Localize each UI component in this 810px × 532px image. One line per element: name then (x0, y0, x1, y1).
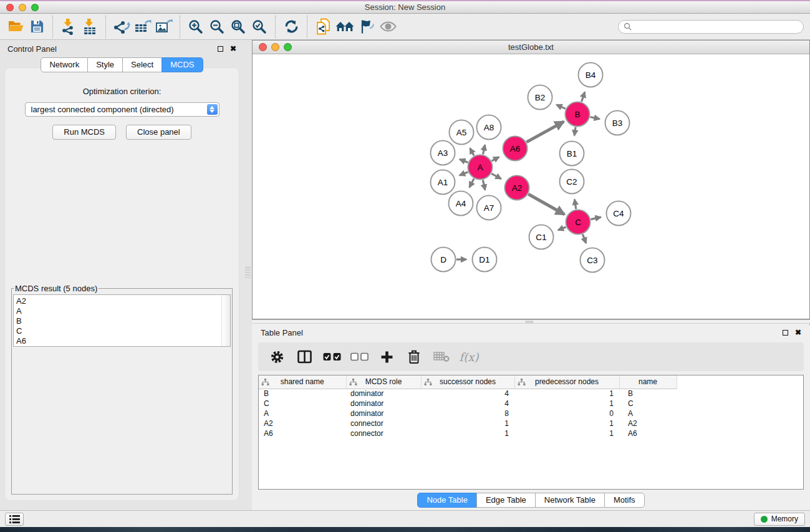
table-row[interactable]: A2connector11A2 (259, 418, 677, 428)
graph-node-C4[interactable]: C4 (607, 201, 631, 226)
export-network-button[interactable] (111, 16, 132, 37)
open-session-button[interactable] (5, 16, 26, 37)
graph-node-A8[interactable]: A8 (477, 115, 501, 140)
import-table-button[interactable] (79, 16, 100, 37)
minimize-network-button[interactable] (271, 43, 279, 51)
graph-node-A4[interactable]: A4 (449, 191, 473, 216)
close-panel-icon[interactable]: ✖ (230, 45, 236, 52)
close-window-button[interactable] (6, 4, 14, 11)
graph-edge-B-B3[interactable] (591, 117, 600, 119)
list-scrollbar[interactable] (221, 295, 230, 346)
horizontal-splitter[interactable] (252, 319, 810, 324)
graph-edge-A-A7[interactable] (483, 180, 485, 190)
graph-edge-C-C2[interactable] (574, 200, 576, 210)
tab-select[interactable]: Select (122, 57, 162, 72)
refresh-button[interactable] (281, 16, 302, 37)
graph-node-C[interactable]: C (566, 210, 591, 235)
graph-node-B4[interactable]: B4 (579, 63, 603, 87)
close-panel-button[interactable]: Close panel (126, 125, 191, 140)
table-row[interactable]: Cdominator41C (259, 399, 677, 409)
task-history-button[interactable] (5, 513, 24, 526)
tab-mcds[interactable]: MCDS (162, 57, 203, 72)
graph-edge-A-A8[interactable] (483, 145, 485, 154)
column-header[interactable]: shared name (259, 375, 346, 389)
splitter-grip[interactable] (245, 266, 251, 278)
table-row[interactable]: Adominator80A (259, 409, 677, 418)
mcds-result-item[interactable]: B (16, 316, 220, 326)
criterion-select[interactable]: largest connected component (directed) (25, 102, 219, 117)
zoom-selected-button[interactable] (249, 16, 270, 37)
tab-network[interactable]: Network (41, 57, 88, 72)
export-table-button[interactable] (132, 16, 153, 37)
graph-node-A1[interactable]: A1 (431, 170, 455, 195)
graph-node-A3[interactable]: A3 (431, 141, 455, 165)
mcds-result-item[interactable]: A (16, 306, 220, 316)
column-header[interactable]: predecessor nodes (514, 375, 619, 389)
graph-node-D1[interactable]: D1 (473, 248, 497, 272)
node-table[interactable]: shared nameMCDS rolesuccessor nodesprede… (258, 375, 804, 490)
mcds-result-item[interactable]: A2 (16, 296, 220, 306)
graph-edge-C-C1[interactable] (558, 227, 566, 230)
tab-motifs[interactable]: Motifs (604, 493, 645, 508)
graph-node-A7[interactable]: A7 (477, 196, 501, 220)
graph-node-C2[interactable]: C2 (560, 170, 584, 194)
clone-network-button[interactable] (312, 16, 334, 37)
column-header[interactable]: name (619, 375, 677, 389)
graph-node-B1[interactable]: B1 (560, 142, 584, 166)
memory-button[interactable]: Memory (754, 513, 805, 526)
graph-edge-B-B4[interactable] (582, 92, 585, 102)
graph-edge-A-A5[interactable] (470, 148, 474, 156)
tab-network-table[interactable]: Network Table (535, 493, 605, 508)
float-panel-icon[interactable] (218, 46, 223, 52)
run-mcds-button[interactable]: Run MCDS (52, 125, 116, 140)
float-panel-icon[interactable] (783, 330, 788, 336)
search-input[interactable] (635, 22, 798, 31)
delete-column-button[interactable] (400, 344, 428, 369)
delete-table-button[interactable] (428, 344, 455, 369)
graph-edge-C-C4[interactable] (591, 217, 601, 220)
graph-edge-B-B1[interactable] (574, 127, 576, 136)
houses-button[interactable] (334, 16, 356, 37)
graph-node-A[interactable]: A (468, 155, 493, 180)
import-network-button[interactable] (58, 16, 79, 37)
graph-edge-A-A3[interactable] (460, 159, 468, 162)
table-row[interactable]: Bdominator41B (259, 389, 677, 399)
deselect-all-button[interactable] (345, 344, 373, 369)
zoom-network-button[interactable] (284, 43, 292, 51)
graph-node-C1[interactable]: C1 (529, 225, 554, 249)
splitter-grip[interactable] (525, 321, 534, 323)
select-all-button[interactable] (318, 344, 345, 369)
table-settings-button[interactable] (263, 344, 291, 369)
graph-node-C3[interactable]: C3 (581, 248, 605, 273)
export-image-button[interactable] (153, 16, 175, 37)
zoom-in-button[interactable] (185, 16, 206, 37)
graph-node-A6[interactable]: A6 (503, 137, 528, 161)
graph-edge-A6-B[interactable] (526, 122, 564, 142)
graph-edge-A-A4[interactable] (470, 179, 474, 188)
search-field[interactable] (618, 20, 804, 34)
mcds-result-list[interactable]: A2ABCA6 (13, 294, 231, 347)
tab-node-table[interactable]: Node Table (417, 493, 477, 508)
mcds-result-item[interactable]: C (16, 326, 220, 336)
graph-edge-B-B2[interactable] (556, 105, 565, 109)
graph-edge-A-A1[interactable] (460, 172, 468, 175)
graph-edge-C-C3[interactable] (582, 235, 586, 243)
graph-node-B3[interactable]: B3 (605, 111, 630, 135)
graph-edge-A-A6[interactable] (492, 157, 499, 161)
fit-content-button[interactable] (228, 16, 249, 37)
table-row[interactable]: A6connector11A6 (259, 428, 677, 438)
column-header[interactable]: successor nodes (421, 375, 514, 389)
tab-edge-table[interactable]: Edge Table (476, 493, 536, 508)
graph-edge-A2-C[interactable] (528, 194, 564, 215)
tab-style[interactable]: Style (87, 57, 123, 72)
network-canvas[interactable]: B4B2BB3A8A5A6A3B1AC2A1A2A4A7C4CC1DC3D1 (253, 54, 809, 319)
graph-node-A5[interactable]: A5 (450, 120, 474, 145)
minimize-window-button[interactable] (19, 4, 26, 11)
vertical-splitter[interactable] (244, 40, 252, 510)
graph-edge-A-A2[interactable] (491, 173, 501, 179)
close-panel-icon[interactable]: ✖ (795, 329, 801, 336)
graph-node-B[interactable]: B (566, 102, 590, 127)
close-network-button[interactable] (259, 43, 267, 51)
mcds-result-item[interactable]: A6 (16, 336, 220, 346)
function-builder-button[interactable]: f(x) (455, 344, 483, 369)
